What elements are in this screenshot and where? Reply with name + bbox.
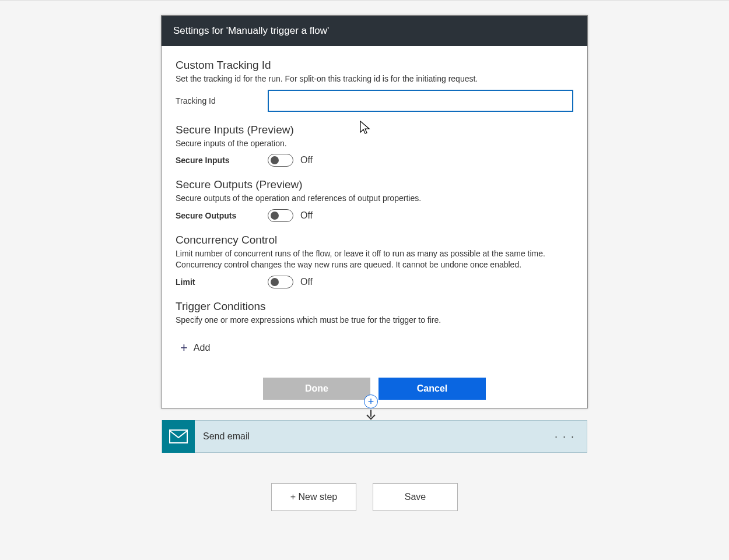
tracking-id-input[interactable] <box>268 90 573 112</box>
settings-panel-title: Settings for 'Manually trigger a flow' <box>162 16 587 46</box>
secure-outputs-toggle[interactable]: Off <box>268 209 313 222</box>
action-card-title: Send email <box>203 431 250 442</box>
section-title: Trigger Conditions <box>176 300 573 313</box>
section-desc: Secure inputs of the operation. <box>176 138 573 150</box>
add-step-inline-button[interactable]: + <box>364 395 378 408</box>
section-secure-outputs: Secure Outputs (Preview) Secure outputs … <box>176 178 573 222</box>
cancel-button[interactable]: Cancel <box>378 378 486 400</box>
toggle-state: Off <box>300 277 313 287</box>
section-trigger-conditions: Trigger Conditions Specify one or more e… <box>176 300 573 354</box>
section-title: Custom Tracking Id <box>176 59 573 72</box>
toggle-state: Off <box>300 210 313 221</box>
svg-rect-0 <box>170 430 187 443</box>
email-icon <box>162 420 195 453</box>
action-card-more-button[interactable]: · · · <box>555 431 575 443</box>
toggle-state: Off <box>300 155 313 165</box>
toggle-track <box>268 154 293 167</box>
section-desc: Secure outputs of the operation and refe… <box>176 193 573 205</box>
toggle-track <box>268 209 293 222</box>
save-button[interactable]: Save <box>373 483 458 511</box>
section-title: Secure Inputs (Preview) <box>176 124 573 136</box>
tracking-id-label: Tracking Id <box>176 96 268 105</box>
section-custom-tracking-id: Custom Tracking Id Set the tracking id f… <box>176 59 573 112</box>
concurrency-limit-label: Limit <box>176 277 268 287</box>
section-desc: Specify one or more expressions which mu… <box>176 315 573 326</box>
secure-inputs-label: Secure Inputs <box>176 156 268 165</box>
bottom-toolbar: + New step Save <box>0 483 729 511</box>
settings-panel: Settings for 'Manually trigger a flow' C… <box>161 15 588 408</box>
new-step-button[interactable]: + New step <box>271 483 356 511</box>
section-desc: Set the tracking id for the run. For spl… <box>176 73 573 85</box>
section-secure-inputs: Secure Inputs (Preview) Secure inputs of… <box>176 124 573 167</box>
section-title: Secure Outputs (Preview) <box>176 178 573 191</box>
secure-outputs-label: Secure Outputs <box>176 211 268 220</box>
action-card-send-email[interactable]: Send email · · · <box>162 420 587 453</box>
arrow-down-icon <box>365 410 377 420</box>
add-trigger-condition-button[interactable]: + Add <box>180 341 210 354</box>
secure-inputs-toggle[interactable]: Off <box>268 154 313 167</box>
section-desc: Limit number of concurrent runs of the f… <box>176 248 573 271</box>
add-label: Add <box>194 343 210 353</box>
toggle-track <box>268 276 293 288</box>
connector: + <box>364 395 378 420</box>
concurrency-limit-toggle[interactable]: Off <box>268 276 313 288</box>
done-button[interactable]: Done <box>263 378 370 400</box>
section-concurrency-control: Concurrency Control Limit number of conc… <box>176 234 573 288</box>
section-title: Concurrency Control <box>176 234 573 246</box>
plus-icon: + <box>180 341 188 354</box>
